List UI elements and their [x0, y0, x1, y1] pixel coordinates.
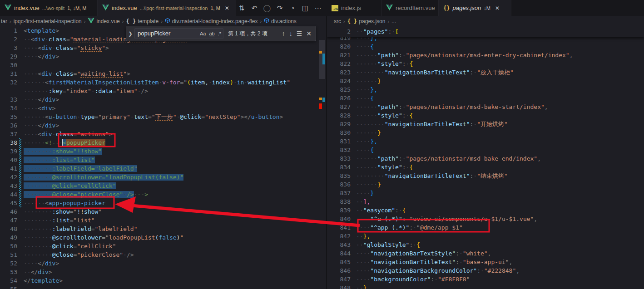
code-line-42[interactable]: 42········@scrolltolower="loadPopupList(… [0, 173, 326, 181]
code-line-824[interactable]: 824······} [327, 77, 644, 85]
code-line-47[interactable]: 47········:list="list" [0, 216, 326, 225]
toggle-replace-chevron-icon[interactable]: ❯ [126, 31, 134, 37]
code-line-845[interactable]: 845····"navigationBarTitleText":·"base-a… [327, 258, 644, 266]
code-line-36[interactable]: 36····</div> [0, 121, 326, 130]
code-line-2[interactable]: 2··"pages":·[ [327, 27, 644, 36]
code-line-54[interactable]: 54</template> [0, 276, 326, 285]
code-line-39[interactable]: 39········:show="!!show" [0, 147, 326, 156]
code-line-35[interactable]: 35······<u-button·type="primary"·text="下… [0, 113, 326, 121]
code-line-839[interactable]: 839··"easycom":·{ [327, 206, 644, 215]
editor-left[interactable]: 1<template>2··<div·class="material-loadi… [0, 26, 326, 289]
code-line-29[interactable]: 29····</div> [0, 52, 326, 61]
code-line-53[interactable]: 53··</div> [0, 268, 326, 276]
whole-word-icon[interactable]: ab [209, 29, 214, 39]
previous-change-icon[interactable]: ↶ [249, 3, 260, 14]
code-line-829[interactable]: 829········"navigationBarTitleText":·"开始… [327, 120, 644, 128]
code-line-40[interactable]: 40········:list="list" [0, 156, 326, 164]
code-line-847[interactable]: 847····"backgroundColor":·"#F8F8F8" [327, 275, 644, 284]
editor-right[interactable]: 2··"pages":·[ 819····},820····{821······… [327, 26, 644, 289]
code-line-46[interactable]: 46········:show="!!show" [0, 207, 326, 216]
code-line-826[interactable]: 826····{ [327, 94, 644, 103]
code-line-52[interactable]: 52····</div> [0, 259, 326, 268]
code-line-828[interactable]: 828······"style":·{ [327, 111, 644, 120]
code-text: ····"backgroundColor":·"#F8F8F8" [356, 275, 470, 284]
breadcrumb-item[interactable]: tar [1, 18, 7, 24]
code-line-37[interactable]: 37····<div·class="actions"> [0, 130, 326, 138]
breadcrumb-item[interactable]: src [334, 18, 341, 24]
next-match-icon[interactable]: ↓ [289, 30, 292, 37]
code-line-31[interactable]: 31····<div·class="waiting-list"> [0, 69, 326, 78]
code-line-834[interactable]: 834······"style":·{ [327, 163, 644, 171]
code-line-34[interactable]: 34····<div> [0, 104, 326, 113]
code-line-833[interactable]: 833······"path":·"pages/nationstar/msd-b… [327, 154, 644, 163]
code-line-32[interactable]: 32······<firstMaterialInspectionListItem… [0, 78, 326, 87]
code-line-51[interactable]: 51········@close="pickerClose"·/> [0, 250, 326, 259]
breadcrumb-item[interactable]: { }pages.json [347, 18, 386, 24]
code-line-844[interactable]: 844····"navigationBarTextStyle":·"white"… [327, 249, 644, 258]
code-line-837[interactable]: 837····} [327, 189, 644, 197]
code-line-45[interactable]: 45······<app-popup-picker [0, 199, 326, 207]
find-query[interactable]: popupPicker [138, 29, 170, 39]
breadcrumb-item[interactable]: div.material-loading-index.page-flex [165, 18, 258, 24]
tab-right-recordItem.vue[interactable]: recordItem.vue [381, 0, 439, 16]
code-line-822[interactable]: 822······"style":·{ [327, 59, 644, 68]
code-line-44[interactable]: 44········@close="pickerClose"·/>·--> [0, 190, 326, 199]
match-case-icon[interactable]: Aa [200, 29, 206, 39]
breadcrumb-item[interactable]: div.actions [264, 18, 297, 24]
tab-left-index.vue[interactable]: index.vue...\wo-split1, ↓M, M [0, 0, 98, 16]
code-line-841[interactable]: 841····"^app-(.*)":·"@dme/app-$1" [327, 223, 644, 232]
scrollbar-left[interactable] [319, 26, 326, 289]
code-line-838[interactable]: 838··], [327, 197, 644, 206]
tab-close-icon[interactable]: ✕ [495, 5, 500, 11]
tab-left-index.vue[interactable]: index.vue...\ipqc-first-material-inspect… [98, 0, 236, 16]
code-token: ···· [356, 216, 370, 222]
code-line-49[interactable]: 49········@scrolltolower="loadPopupList(… [0, 233, 326, 242]
code-line-848[interactable]: 848··} [327, 284, 644, 289]
sticky-scroll-line[interactable]: 2··"pages":·[ [327, 26, 644, 37]
breadcrumb-item[interactable]: { }template [126, 18, 159, 24]
code-line-50[interactable]: 50········@click="cellClick" [0, 242, 326, 250]
timeline-icon[interactable]: ◔ [287, 3, 298, 14]
code-line-33[interactable]: 33····</div> [0, 95, 326, 104]
code-line-832[interactable]: 832····{ [327, 146, 644, 154]
close-find-icon[interactable]: ✕ [306, 30, 312, 37]
code-line-843[interactable]: 843··"globalStyle":·{ [327, 240, 644, 249]
code-line-823[interactable]: 823········"navigationBarTitleText":·"放入… [327, 68, 644, 77]
change-icon[interactable]: ◯ [262, 3, 272, 14]
code-line-846[interactable]: 846····"navigationBarBackgroundColor":·"… [327, 266, 644, 275]
find-in-selection-icon[interactable]: ☰ [297, 30, 302, 37]
code-line-30[interactable]: 30 [0, 61, 326, 69]
code-line-836[interactable]: 836······} [327, 180, 644, 189]
code-line-48[interactable]: 48········:labelField="labelField" [0, 225, 326, 233]
split-editor-icon[interactable]: ◫ [300, 3, 311, 14]
code-line-825[interactable]: 825····}, [327, 85, 644, 94]
code-line-820[interactable]: 820····{ [327, 42, 644, 51]
code-line-840[interactable]: 840····"^u-(.*)":·"uview-ui/components/u… [327, 215, 644, 223]
breadcrumb-item[interactable]: index.vue [88, 18, 119, 25]
code-line-43[interactable]: 43········@click="cellClick" [0, 181, 326, 190]
code-line-842[interactable]: 842··}, [327, 232, 644, 240]
code-text: ····"^app-(.*)":·"@dme/app-$1" [356, 223, 463, 232]
breadcrumb-item[interactable]: ipqc-first-material-inspection [14, 18, 82, 24]
code-line-41[interactable]: 41········:labelField="labelField" [0, 164, 326, 173]
code-line-38[interactable]: 38······<!--·<popupPicker [0, 138, 326, 147]
code-line-55[interactable]: 55 [0, 285, 326, 289]
code-line-831[interactable]: 831····}, [327, 137, 644, 146]
code-line-3[interactable]: 3····<div·class="sticky"> [0, 44, 326, 52]
find-input[interactable]: popupPicker Aa ab .* [134, 28, 223, 39]
previous-match-icon[interactable]: ↑ [282, 30, 285, 37]
code-line-835[interactable]: 835········"navigationBarTitleText":·"结束… [327, 171, 644, 180]
code-line-821[interactable]: 821······"path":·"pages/nationstar/msd-e… [327, 51, 644, 59]
next-change-icon[interactable]: ↷ [274, 3, 285, 14]
breadcrumb-item[interactable]: ... [391, 18, 396, 24]
compare-changes-icon[interactable]: ⇅ [236, 3, 247, 14]
code-line-wrap[interactable]: ·······:key="index"·:data="item"·/> [0, 87, 326, 95]
code-line-827[interactable]: 827······"path":·"pages/nationstar/msd-b… [327, 103, 644, 111]
tab-right-index.js[interactable]: JSindex.js [327, 0, 381, 16]
more-actions-icon[interactable]: ⋯ [312, 3, 323, 14]
breadcrumb-text: pages.json [359, 18, 385, 24]
tab-close-icon[interactable]: ✕ [225, 5, 229, 11]
regex-icon[interactable]: .* [218, 29, 221, 39]
code-line-830[interactable]: 830······} [327, 128, 644, 137]
tab-right-pages.json[interactable]: {}pages.json↓M✕ [439, 0, 511, 16]
